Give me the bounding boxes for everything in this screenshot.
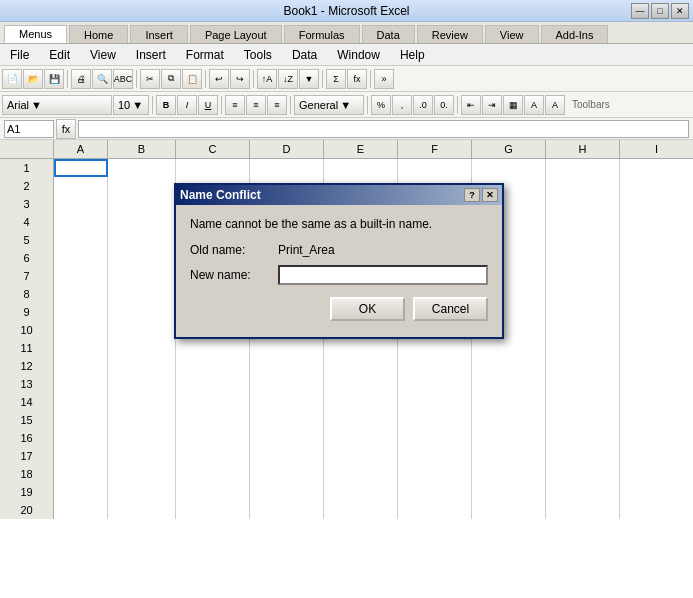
old-name-row: Old name: Print_Area bbox=[190, 243, 488, 257]
dialog-help-button[interactable]: ? bbox=[464, 188, 480, 202]
dialog-overlay: Name Conflict ? ✕ Name cannot be the sam… bbox=[0, 0, 693, 598]
dialog-title: Name Conflict bbox=[180, 188, 261, 202]
dialog-titlebar: Name Conflict ? ✕ bbox=[176, 185, 502, 205]
dialog-message: Name cannot be the same as a built-in na… bbox=[190, 217, 488, 231]
cancel-button[interactable]: Cancel bbox=[413, 297, 488, 321]
dialog-title-buttons: ? ✕ bbox=[464, 188, 498, 202]
ok-button[interactable]: OK bbox=[330, 297, 405, 321]
new-name-row: New name: bbox=[190, 265, 488, 285]
dialog-close-button[interactable]: ✕ bbox=[482, 188, 498, 202]
new-name-input[interactable] bbox=[278, 265, 488, 285]
dialog-body: Name cannot be the same as a built-in na… bbox=[176, 205, 502, 337]
old-name-label: Old name: bbox=[190, 243, 270, 257]
name-conflict-dialog: Name Conflict ? ✕ Name cannot be the sam… bbox=[174, 183, 504, 339]
new-name-label: New name: bbox=[190, 268, 270, 282]
old-name-value: Print_Area bbox=[278, 243, 335, 257]
dialog-buttons: OK Cancel bbox=[190, 297, 488, 325]
